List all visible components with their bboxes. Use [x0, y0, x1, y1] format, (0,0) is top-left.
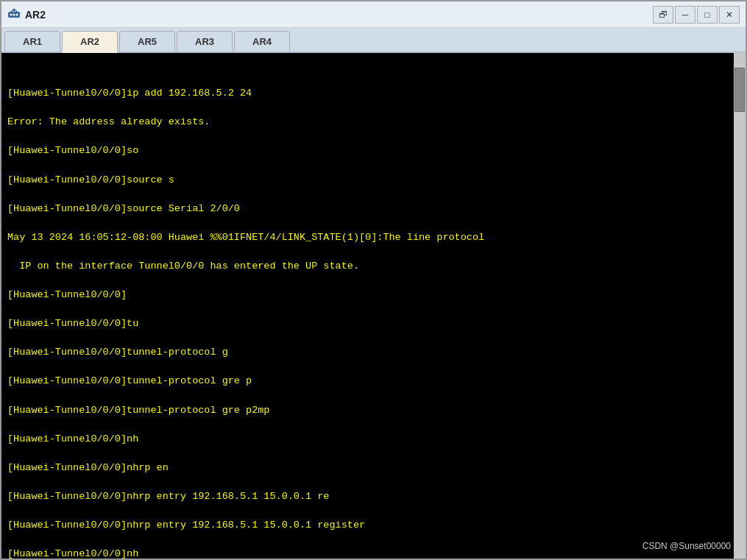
terminal-line: [Huawei-Tunnel0/0/0]tunnel-protocol gre … [7, 374, 728, 389]
tabs-bar: AR1AR2AR5AR3AR4 [1, 28, 746, 53]
tab-ar1[interactable]: AR1 [4, 31, 60, 52]
title-bar: AR2 🗗 ─ □ ✕ [1, 1, 746, 28]
svg-point-2 [13, 13, 15, 15]
minimize-button[interactable]: ─ [675, 6, 695, 24]
restore-button[interactable]: 🗗 [653, 6, 673, 24]
terminal-line: IP on the interface Tunnel0/0/0 has ente… [7, 259, 728, 274]
terminal-line: [Huawei-Tunnel0/0/0]nh [7, 547, 728, 559]
terminal-content: [Huawei-Tunnel0/0/0]ip add 192.168.5.2 2… [7, 57, 728, 559]
maximize-button[interactable]: □ [697, 6, 718, 24]
watermark: CSDN @Sunset00000 [642, 540, 731, 553]
terminal[interactable]: [Huawei-Tunnel0/0/0]ip add 192.168.5.2 2… [1, 53, 746, 559]
terminal-line: [Huawei-Tunnel0/0/0]tu [7, 316, 728, 331]
terminal-line: [Huawei-Tunnel0/0/0]ip add 192.168.5.2 2… [7, 86, 728, 101]
terminal-line: [Huawei-Tunnel0/0/0]nhrp entry 192.168.5… [7, 518, 728, 533]
svg-point-3 [16, 13, 18, 15]
title-bar-left: AR2 [7, 8, 46, 21]
terminal-line: [Huawei-Tunnel0/0/0]nhrp entry 192.168.5… [7, 489, 728, 504]
terminal-line: [Huawei-Tunnel0/0/0]tunnel-protocol gre … [7, 403, 728, 418]
terminal-line: [Huawei-Tunnel0/0/0]nhrp en [7, 461, 728, 475]
terminal-line: [Huawei-Tunnel0/0/0]source s [7, 173, 728, 188]
terminal-line: May 13 2024 16:05:12-08:00 Huawei %%01IF… [7, 230, 728, 245]
terminal-line: [Huawei-Tunnel0/0/0]tunnel-protocol g [7, 345, 728, 360]
terminal-line: [Huawei-Tunnel0/0/0]nh [7, 432, 728, 447]
terminal-line: Error: The address already exists. [7, 115, 728, 130]
terminal-line: [Huawei-Tunnel0/0/0] [7, 288, 728, 302]
tab-ar2[interactable]: AR2 [62, 31, 118, 53]
tab-ar3[interactable]: AR3 [177, 31, 233, 52]
close-button[interactable]: ✕ [719, 6, 740, 24]
tab-ar5[interactable]: AR5 [119, 31, 175, 52]
terminal-line: [Huawei-Tunnel0/0/0]source Serial 2/0/0 [7, 202, 728, 216]
window-title: AR2 [25, 9, 46, 21]
window-controls: 🗗 ─ □ ✕ [653, 6, 740, 24]
router-icon [7, 8, 21, 21]
main-window: AR2 🗗 ─ □ ✕ AR1AR2AR5AR3AR4 [Huawei-Tunn… [0, 0, 747, 560]
svg-point-1 [10, 13, 13, 15]
scrollbar-thumb[interactable] [734, 68, 745, 112]
terminal-line: [Huawei-Tunnel0/0/0]so [7, 143, 728, 158]
scrollbar[interactable] [734, 53, 746, 559]
tab-ar4[interactable]: AR4 [234, 31, 290, 52]
